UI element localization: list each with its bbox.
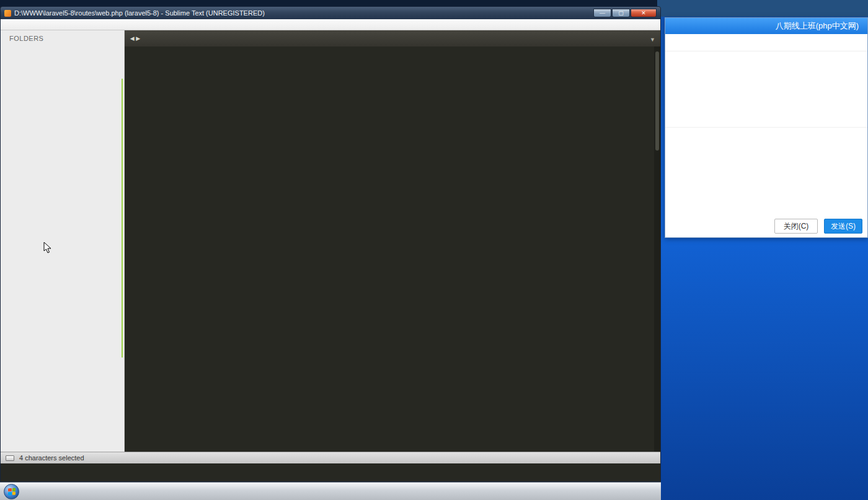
sidebar: FOLDERS xyxy=(1,30,125,452)
editor-scrollbar[interactable] xyxy=(654,46,660,452)
window-title: D:\WWW\laravel5-8\routes\web.php (larave… xyxy=(14,9,265,17)
status-context-icon xyxy=(6,455,14,461)
window-titlebar[interactable]: D:\WWW\laravel5-8\routes\web.php (larave… xyxy=(1,7,660,19)
sublime-window: D:\WWW\laravel5-8\routes\web.php (larave… xyxy=(0,6,661,482)
editor-pane: ◀ ▶ ▼ xyxy=(125,30,660,452)
close-button[interactable]: ✕ xyxy=(631,9,657,17)
editor-scrollbar-thumb[interactable] xyxy=(655,51,659,151)
sublime-logo-icon xyxy=(4,10,11,17)
chat-input[interactable] xyxy=(665,142,867,215)
start-button[interactable] xyxy=(4,484,19,499)
maximize-button[interactable]: ▢ xyxy=(612,9,630,17)
folders-header: FOLDERS xyxy=(1,30,124,46)
menu-bar xyxy=(1,19,660,30)
minimize-button[interactable]: — xyxy=(593,9,611,17)
sidebar-scrollbar[interactable] xyxy=(122,79,123,357)
chat-tab-bar xyxy=(665,34,867,51)
chat-message-list xyxy=(665,51,867,127)
tab-overflow-dropdown-icon[interactable]: ▼ xyxy=(650,37,660,46)
mouse-cursor xyxy=(43,242,51,253)
chat-toolbar xyxy=(665,127,867,142)
chat-window: 八期线上班(php中文网) 关闭(C) 发送(S) xyxy=(665,17,868,238)
tab-bar: ◀ ▶ ▼ xyxy=(125,30,660,46)
tab-scroll-arrows[interactable]: ◀ ▶ xyxy=(125,30,146,46)
status-bar: 4 characters selected xyxy=(1,452,660,463)
code-editor[interactable] xyxy=(125,46,660,452)
status-text: 4 characters selected xyxy=(19,454,84,462)
chat-title: 八期线上班(php中文网) xyxy=(776,20,859,32)
windows-logo-icon xyxy=(8,488,16,495)
chat-button-row: 关闭(C) 发送(S) xyxy=(665,215,867,237)
chat-send-button[interactable]: 发送(S) xyxy=(824,219,862,234)
chat-titlebar[interactable]: 八期线上班(php中文网) xyxy=(665,18,867,34)
chat-close-button[interactable]: 关闭(C) xyxy=(774,219,818,234)
taskbar xyxy=(0,482,661,500)
